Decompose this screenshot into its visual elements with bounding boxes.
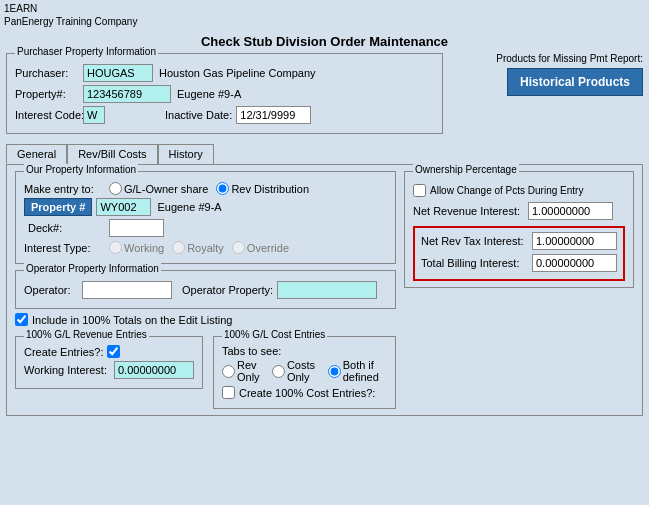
tab-history[interactable]: History <box>158 144 214 164</box>
purchaser-section-label: Purchaser Property Information <box>15 46 158 57</box>
purchaser-input[interactable] <box>83 64 153 82</box>
radio-owner-label: G/L-Owner share <box>124 183 208 195</box>
allow-change-checkbox[interactable] <box>413 184 426 197</box>
property-input[interactable] <box>83 85 171 103</box>
app-line2: PanEnergy Training Company <box>4 16 137 27</box>
radio-rev-only[interactable] <box>222 365 235 378</box>
operator-label: Operator: <box>24 284 82 296</box>
operator-input[interactable] <box>82 281 172 299</box>
prop-name-display: Eugene #9-A <box>157 201 221 213</box>
products-label: Products for Missing Pmt Report: <box>496 53 643 64</box>
total-billing-label: Total Billing Interest: <box>421 257 532 269</box>
allow-change-label: Allow Change of Pcts During Entry <box>430 185 583 196</box>
purchaser-label: Purchaser: <box>15 67 83 79</box>
rev-only-label: Rev Only <box>237 359 264 383</box>
purchaser-name: Houston Gas Pipeline Company <box>159 67 316 79</box>
interest-code-label: Interest Code: <box>15 109 83 121</box>
include-checkbox[interactable] <box>15 313 28 326</box>
radio-rev-dist[interactable] <box>216 182 229 195</box>
deck-input[interactable] <box>109 219 164 237</box>
gl-cost-label: 100% G/L Cost Entries <box>222 329 327 340</box>
deck-label: Deck#: <box>24 222 109 234</box>
ownership-label: Ownership Percentage <box>413 164 519 175</box>
both-label: Both if defined <box>343 359 387 383</box>
radio-override-label: Override <box>247 242 289 254</box>
costs-only-label: Costs Only <box>287 359 320 383</box>
create-cost-checkbox[interactable] <box>222 386 235 399</box>
operator-property-label: Operator Property: <box>182 284 273 296</box>
radio-both[interactable] <box>328 365 341 378</box>
property-num-input[interactable] <box>96 198 151 216</box>
radio-owner-share[interactable] <box>109 182 122 195</box>
gl-revenue-label: 100% G/L Revenue Entries <box>24 329 149 340</box>
total-billing-input[interactable] <box>532 254 617 272</box>
operator-section-label: Operator Property Information <box>24 263 161 274</box>
net-rev-interest-label: Net Revenue Interest: <box>413 205 528 217</box>
interest-code-input[interactable] <box>83 106 105 124</box>
our-property-label: Our Property Information <box>24 164 138 175</box>
page-title: Check Stub Division Order Maintenance <box>201 34 448 49</box>
working-interest-input[interactable] <box>114 361 194 379</box>
property-name: Eugene #9-A <box>177 88 241 100</box>
radio-rev-label: Rev Distribution <box>231 183 309 195</box>
operator-property-input[interactable] <box>277 281 377 299</box>
working-interest-label: Working Interest: <box>24 364 114 376</box>
radio-working[interactable] <box>109 241 122 254</box>
radio-royalty-label: Royalty <box>187 242 224 254</box>
property-button[interactable]: Property # <box>24 198 92 216</box>
inactive-date-input[interactable] <box>236 106 311 124</box>
create-entries-label: Create Entries?: <box>24 346 103 358</box>
include-label: Include in 100% Totals on the Edit Listi… <box>32 314 232 326</box>
property-label: Property#: <box>15 88 83 100</box>
make-entry-label: Make entry to: <box>24 183 109 195</box>
interest-type-label: Interest Type: <box>24 242 109 254</box>
tab-general[interactable]: General <box>6 144 67 164</box>
tabs-to-see-label: Tabs to see: <box>222 345 281 357</box>
net-rev-interest-input[interactable] <box>528 202 613 220</box>
net-rev-tax-input[interactable] <box>532 232 617 250</box>
historical-products-button[interactable]: Historical Products <box>507 68 643 96</box>
app-line1: 1EARN <box>4 3 37 14</box>
inactive-date-label: Inactive Date: <box>165 109 232 121</box>
radio-override[interactable] <box>232 241 245 254</box>
create-entries-checkbox[interactable] <box>107 345 120 358</box>
tab-revbill[interactable]: Rev/Bill Costs <box>67 144 157 164</box>
create-cost-label: Create 100% Cost Entries?: <box>239 387 375 399</box>
radio-royalty[interactable] <box>172 241 185 254</box>
radio-costs-only[interactable] <box>272 365 285 378</box>
radio-working-label: Working <box>124 242 164 254</box>
net-rev-tax-label: Net Rev Tax Interest: <box>421 235 532 247</box>
